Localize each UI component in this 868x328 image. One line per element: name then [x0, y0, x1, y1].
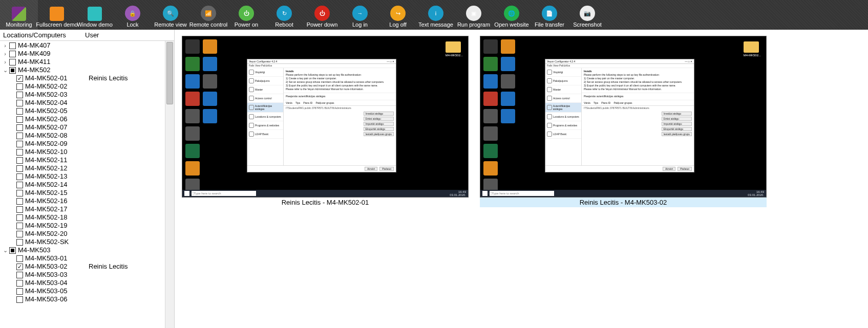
checkbox[interactable]: [9, 42, 16, 49]
start-button-icon[interactable]: [184, 191, 189, 196]
tree-row[interactable]: M4-MK503-06: [2, 295, 174, 303]
checkbox[interactable]: [16, 280, 23, 287]
checkbox[interactable]: [16, 182, 23, 188]
sidebar-item[interactable]: Locations & computers: [545, 113, 581, 121]
checkbox[interactable]: [16, 231, 23, 237]
toolbar-lock-button[interactable]: 🔒Lock: [114, 0, 152, 30]
sidebar-item[interactable]: Locations & computers: [247, 113, 283, 121]
checkbox[interactable]: [9, 247, 16, 254]
checkbox[interactable]: [16, 239, 23, 246]
toolbar-power-on-button[interactable]: ⏻Power on: [227, 0, 265, 30]
tree-row[interactable]: M4-MK502-10: [2, 148, 174, 156]
tree-row[interactable]: M4-MK502-12: [2, 164, 174, 172]
tree-row[interactable]: M4-MK502-14: [2, 181, 174, 189]
toolbar-monitoring-button[interactable]: Monitoring: [0, 0, 38, 30]
tree-row[interactable]: M4-MK502-15: [2, 189, 174, 197]
tree-row[interactable]: ›M4-MK407: [2, 41, 174, 50]
sidebar-item[interactable]: Vispārīgi: [545, 68, 581, 77]
checkbox[interactable]: [16, 198, 23, 205]
checkbox[interactable]: [9, 51, 16, 57]
toolbar-power-down-button[interactable]: ⏻Power down: [303, 0, 341, 30]
toolbar-text-message-button[interactable]: iText message: [417, 0, 455, 30]
sidebar-item[interactable]: Autentifikācijas atslēgas: [247, 103, 283, 113]
tree-row[interactable]: M4-MK502-09: [2, 140, 174, 148]
toolbar-screenshot-button[interactable]: 📷Screenshot: [568, 0, 606, 30]
sidebar-item[interactable]: Master: [545, 85, 581, 94]
sidebar-item[interactable]: LDAP Basic: [247, 130, 283, 139]
checkbox[interactable]: [9, 59, 16, 65]
tree-row[interactable]: M4-MK502-06: [2, 115, 174, 123]
footer-button[interactable]: Pielietot: [379, 167, 394, 171]
tree-row[interactable]: M4-MK503-03: [2, 271, 174, 279]
tree-row[interactable]: M4-MK502-01Reinis Lecitis: [2, 74, 174, 82]
tree-row[interactable]: M4-MK503-01: [2, 254, 174, 263]
checkbox[interactable]: [16, 165, 23, 172]
checkbox[interactable]: [16, 173, 23, 180]
sidebar-item[interactable]: Autentifikācijas atslēgas: [545, 103, 581, 113]
action-button[interactable]: Importēt atslēgu: [364, 122, 394, 126]
expand-icon[interactable]: ›: [2, 41, 8, 50]
sidebar-item[interactable]: Vispārīgi: [247, 68, 283, 77]
tree-row[interactable]: M4-MK502-18: [2, 213, 174, 222]
tree-row[interactable]: ⌄M4-MK502: [2, 66, 174, 74]
toolbar-remote-view-button[interactable]: 🔍Remote view: [152, 0, 189, 30]
checkbox[interactable]: [16, 83, 23, 90]
tree-row[interactable]: ⌄M4-MK503: [2, 246, 174, 254]
checkbox[interactable]: [16, 92, 23, 98]
sidebar-item[interactable]: Master: [247, 85, 283, 94]
window-menubar[interactable]: Fails View Palīdzība: [545, 64, 694, 68]
sidebar-item[interactable]: Programs & websites: [247, 121, 283, 130]
taskbar-search[interactable]: ⃝ Type here to search: [192, 191, 256, 196]
checkbox[interactable]: [16, 223, 23, 229]
action-button[interactable]: Iestatīt piekļuves grupu: [662, 132, 692, 136]
sidebar-item[interactable]: Pakalpojums: [247, 77, 283, 85]
tree-row[interactable]: M4-MK502-07: [2, 123, 174, 132]
window-controls[interactable]: — □ ✕: [387, 60, 394, 63]
tree-row[interactable]: M4-MK502-02: [2, 82, 174, 91]
checkbox[interactable]: [16, 116, 23, 123]
tree-row[interactable]: M4-MK502-13: [2, 172, 174, 181]
window-menubar[interactable]: Fails View Palīdzība: [247, 64, 396, 68]
action-button[interactable]: Izveidot atslēgu: [662, 112, 692, 116]
system-tray[interactable]: 16:4903.01.2020.: [748, 190, 764, 196]
footer-button[interactable]: Aizvērt: [365, 167, 377, 171]
remote-screen[interactable]: M4-MK502...Veyon Configurator 4.2.4— □ ✕…: [480, 36, 767, 198]
sidebar-item[interactable]: Access control: [247, 94, 283, 103]
checkbox[interactable]: [16, 272, 23, 278]
start-button-icon[interactable]: [482, 191, 488, 196]
tree-row[interactable]: M4-MK502-SK: [2, 238, 174, 246]
checkbox[interactable]: [16, 214, 23, 221]
checkbox[interactable]: [16, 255, 23, 262]
toolbar-fullscreen-demo-button[interactable]: Fullscreen demo: [38, 0, 76, 30]
action-button[interactable]: Eksportēt atslēgu: [662, 127, 692, 131]
monitor-tile[interactable]: M4-MK502...Veyon Configurator 4.2.4— □ ✕…: [480, 36, 767, 207]
toolbar-log-off-button[interactable]: ↪Log off: [379, 0, 417, 30]
tree-header-locations[interactable]: Locations/Computers: [3, 31, 85, 39]
footer-button[interactable]: Aizvērt: [663, 167, 675, 171]
checkbox[interactable]: [16, 264, 23, 270]
collapse-icon[interactable]: ⌄: [2, 246, 8, 254]
scrollbar-thumb[interactable]: [166, 42, 173, 104]
checkbox[interactable]: [16, 288, 23, 295]
tree-header-user[interactable]: User: [85, 31, 171, 39]
remote-screen[interactable]: M4-MK502...Veyon Configurator 4.2.4— □ ✕…: [182, 36, 469, 198]
action-button[interactable]: Importēt atslēgu: [662, 122, 692, 126]
sidebar-item[interactable]: Programs & websites: [545, 121, 581, 130]
keys-table-row[interactable]: ITStudentsRW1 public 3787R571 BUILTIN\Ad…: [284, 106, 396, 110]
footer-button[interactable]: Pielietot: [678, 167, 692, 171]
tree-row[interactable]: M4-MK502-20: [2, 230, 174, 238]
tree-row[interactable]: M4-MK502-16: [2, 197, 174, 205]
checkbox[interactable]: [16, 124, 23, 131]
toolbar-window-demo-button[interactable]: Window demo: [76, 0, 114, 30]
checkbox[interactable]: [16, 141, 23, 147]
sidebar-item[interactable]: Access control: [545, 94, 581, 103]
tree-row[interactable]: M4-MK502-03: [2, 91, 174, 99]
sidebar-item[interactable]: Pakalpojums: [545, 77, 581, 85]
checkbox[interactable]: [16, 149, 23, 156]
checkbox[interactable]: [16, 75, 23, 82]
action-button[interactable]: Dzēst atslēgu: [364, 117, 394, 121]
tree-row[interactable]: M4-MK502-05: [2, 107, 174, 115]
checkbox[interactable]: [16, 108, 23, 115]
tree-row[interactable]: M4-MK502-17: [2, 205, 174, 213]
toolbar-reboot-button[interactable]: ↻Reboot: [265, 0, 303, 30]
